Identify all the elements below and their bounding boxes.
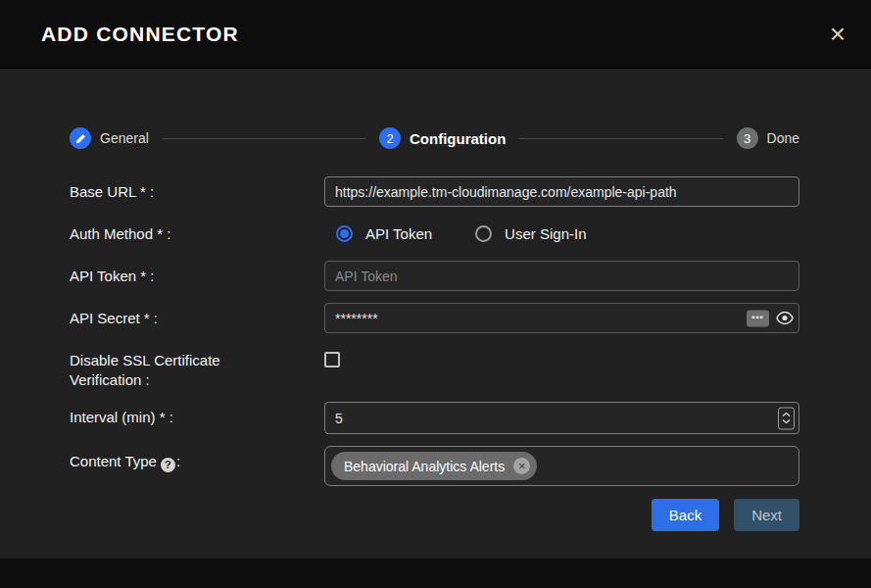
eye-icon[interactable] [776,312,794,325]
radio-user-signin[interactable]: User Sign-In [475,225,586,242]
step-configuration[interactable]: 2 Configuration [379,127,506,149]
step-general[interactable]: General [70,127,149,149]
auth-method-radio-group: API Token User Sign-In [324,219,799,249]
interval-row: Interval (min) * : [70,402,799,434]
modal-header: ADD CONNECTOR × [0,0,871,69]
radio-api-token[interactable]: API Token [336,225,432,242]
modal-body: General 2 Configuration 3 Done Base URL … [0,69,871,559]
api-secret-label: API Secret * : [70,303,324,333]
api-token-label: API Token * : [70,261,324,291]
api-token-input[interactable] [324,261,799,291]
api-secret-input[interactable] [324,303,799,333]
radio-selected-icon [336,225,353,242]
auth-method-row: Auth Method * : API Token User Sign-In [70,219,799,249]
page-title: ADD CONNECTOR [41,23,239,46]
radio-user-signin-label: User Sign-In [505,225,586,242]
radio-unselected-icon [475,225,492,242]
ssl-verification-row: Disable SSL Certificate Verification : [70,345,799,390]
interval-label: Interval (min) * : [70,402,324,434]
content-type-multiselect[interactable]: Behavioral Analytics Alerts × [324,446,799,486]
chip-remove-icon[interactable]: × [513,458,530,474]
modal-bottom-bar [0,559,871,588]
ssl-verification-checkbox[interactable] [324,352,340,368]
chip-label: Behavioral Analytics Alerts [344,459,505,474]
radio-api-token-label: API Token [365,225,432,242]
chevron-up-icon [782,413,791,417]
step-done: 3 Done [737,127,799,149]
api-secret-row: API Secret * : ••• [70,303,799,333]
step-configuration-label: Configuration [410,130,506,147]
content-type-chip: Behavioral Analytics Alerts × [331,452,537,480]
footer-buttons: Back Next [70,499,799,531]
chevron-down-icon [782,419,791,424]
step-3-badge: 3 [737,127,758,149]
help-icon[interactable]: ? [161,458,175,472]
close-icon[interactable]: × [830,21,846,48]
content-type-label: Content Type?: [70,446,324,486]
content-type-row: Content Type?: Behavioral Analytics Aler… [70,446,799,486]
number-stepper[interactable] [778,407,795,429]
base-url-input[interactable] [324,176,799,207]
step-done-label: Done [767,130,799,146]
stepper-divider [519,138,722,139]
next-button[interactable]: Next [734,499,799,531]
api-token-row: API Token * : [70,261,799,291]
back-button[interactable]: Back [652,499,719,531]
auth-method-label: Auth Method * : [70,219,324,249]
ssl-verification-label: Disable SSL Certificate Verification : [70,345,324,390]
stepper: General 2 Configuration 3 Done [70,127,799,149]
pencil-icon [70,127,91,149]
step-2-badge: 2 [379,127,401,149]
interval-input[interactable] [324,402,799,434]
step-general-label: General [100,130,149,146]
base-url-label: Base URL * : [70,176,324,207]
base-url-row: Base URL * : [70,176,799,207]
stepper-divider [163,138,365,139]
secret-options-icon[interactable]: ••• [747,310,769,326]
